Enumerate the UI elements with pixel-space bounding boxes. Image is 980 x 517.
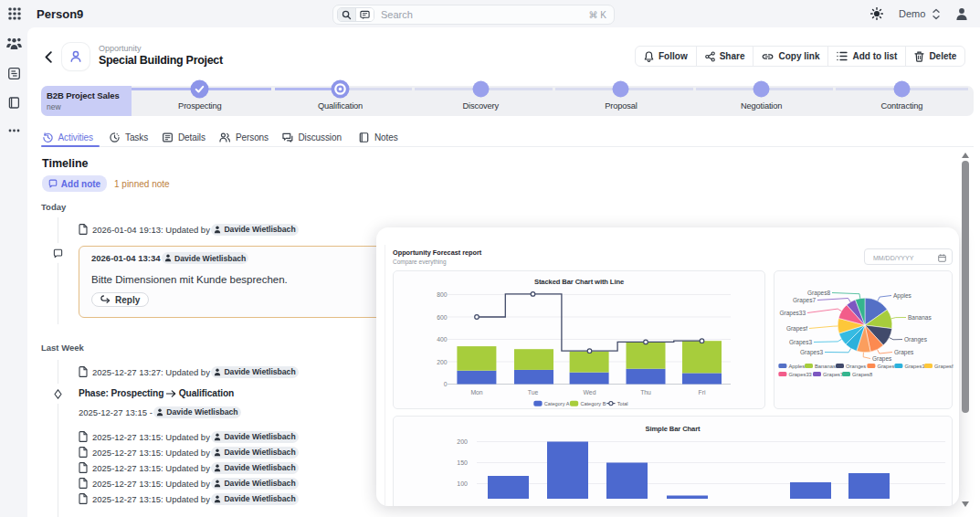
- svg-text:200: 200: [437, 359, 448, 365]
- svg-text:Bananas: Bananas: [815, 364, 836, 369]
- svg-text:150: 150: [457, 459, 468, 466]
- svg-text:Grapes8: Grapes8: [852, 372, 872, 377]
- svg-text:Apples: Apples: [893, 292, 912, 300]
- svg-text:Grapes: Grapes: [872, 355, 892, 363]
- svg-text:Category B: Category B: [580, 401, 606, 406]
- svg-text:Grapesf: Grapesf: [786, 325, 807, 332]
- svg-text:Grapes7: Grapes7: [793, 297, 816, 304]
- svg-text:Wed: Wed: [584, 389, 596, 396]
- svg-text:Grapes3: Grapes3: [904, 364, 924, 369]
- svg-text:Thu: Thu: [640, 389, 651, 396]
- svg-text:100: 100: [457, 480, 468, 487]
- svg-text:Grapes3: Grapes3: [789, 339, 812, 346]
- svg-text:Grapes33: Grapes33: [779, 310, 806, 317]
- svg-text:800: 800: [437, 291, 448, 298]
- svg-text:Grapes8: Grapes8: [807, 290, 830, 297]
- svg-text:Grapes: Grapes: [877, 364, 894, 369]
- svg-text:Oranges: Oranges: [846, 364, 866, 369]
- svg-text:Mon: Mon: [470, 389, 482, 396]
- svg-text:Grapes33: Grapes33: [788, 372, 811, 377]
- svg-text:Grapes7: Grapes7: [823, 372, 843, 377]
- svg-text:Oranges: Oranges: [904, 336, 928, 343]
- svg-text:600: 600: [437, 314, 448, 321]
- svg-text:Grapesf: Grapesf: [934, 364, 954, 369]
- svg-text:0: 0: [444, 381, 448, 387]
- svg-text:Fri: Fri: [699, 389, 706, 396]
- svg-text:Category A: Category A: [544, 401, 570, 406]
- svg-text:Grapes: Grapes: [894, 349, 914, 356]
- svg-text:Tue: Tue: [528, 389, 539, 396]
- svg-text:Total: Total: [617, 401, 628, 406]
- svg-text:400: 400: [437, 336, 448, 343]
- svg-text:Grapes3: Grapes3: [800, 349, 823, 356]
- svg-text:Bananas: Bananas: [908, 314, 932, 321]
- svg-text:Apples: Apples: [788, 364, 805, 369]
- svg-text:200: 200: [457, 438, 468, 445]
